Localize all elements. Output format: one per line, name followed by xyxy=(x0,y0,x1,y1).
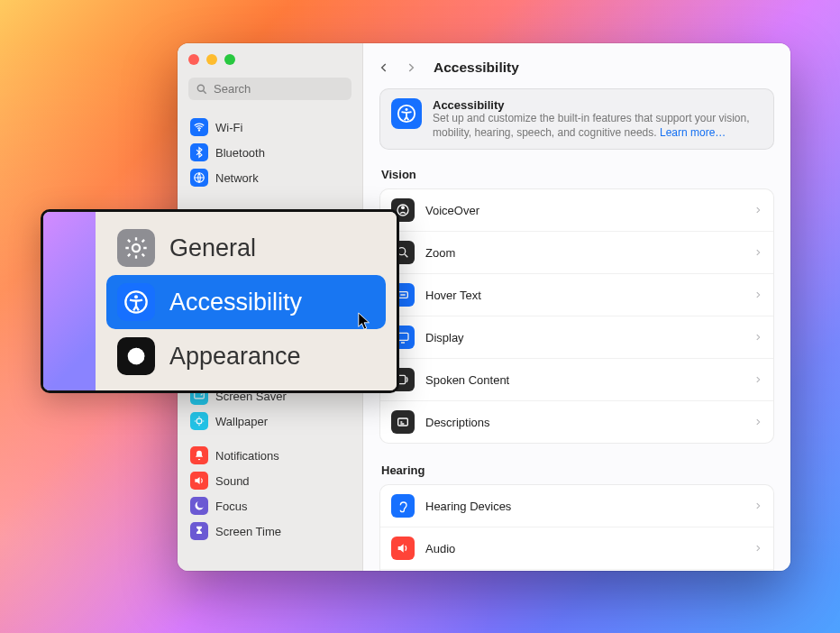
sidebar-item-focus[interactable]: Focus xyxy=(185,493,355,518)
chevron-right-icon xyxy=(753,246,762,259)
vision-row-list: VoiceOver Zoom Hover Text Display xyxy=(379,188,774,444)
magnifier-overlay: General Accessibility Appearance xyxy=(41,209,399,393)
row-descriptions[interactable]: Descriptions xyxy=(380,400,773,443)
speaker-icon xyxy=(190,472,208,490)
moon-icon xyxy=(190,497,208,515)
row-label: Zoom xyxy=(425,246,743,260)
network-icon xyxy=(190,169,208,187)
row-voiceover[interactable]: VoiceOver xyxy=(380,189,773,231)
sidebar-item-accessibility-zoomed[interactable]: Accessibility xyxy=(106,275,386,329)
row-label: Hover Text xyxy=(425,289,743,302)
chevron-right-icon xyxy=(753,542,762,555)
magnifier-content: General Accessibility Appearance xyxy=(96,212,397,390)
sidebar-item-label: Screen Time xyxy=(215,525,281,538)
chevron-right-icon xyxy=(753,331,762,344)
accessibility-icon xyxy=(117,283,155,321)
nav-forward-button[interactable] xyxy=(399,56,423,79)
search-field[interactable] xyxy=(188,78,352,100)
row-label: Display xyxy=(425,331,743,344)
chevron-right-icon xyxy=(753,373,762,386)
intro-description: Set up and customize the built-in featur… xyxy=(433,112,762,140)
chevron-right-icon xyxy=(753,416,762,428)
hearing-row-list: Hearing Devices Audio Captions xyxy=(379,484,774,571)
row-hover-text[interactable]: Hover Text xyxy=(380,273,773,316)
svg-point-19 xyxy=(134,295,138,298)
row-label: Descriptions xyxy=(425,416,743,429)
vision-section-label: Vision xyxy=(381,168,772,181)
zoom-item-label: Appearance xyxy=(169,343,301,371)
sidebar-item-label: Focus xyxy=(215,500,247,513)
gear-icon xyxy=(117,229,155,267)
accessibility-icon xyxy=(391,98,422,129)
hourglass-icon xyxy=(190,522,208,540)
sidebar-item-sound[interactable]: Sound xyxy=(185,468,355,493)
main-header: Accessibility xyxy=(363,43,790,88)
appearance-icon xyxy=(117,337,155,375)
zoom-item-label: General xyxy=(169,234,256,262)
page-title: Accessibility xyxy=(434,60,519,76)
sidebar-item-network[interactable]: Network xyxy=(185,165,355,190)
svg-point-6 xyxy=(196,418,202,424)
sidebar-item-label: Notifications xyxy=(215,449,279,463)
row-label: Spoken Content xyxy=(425,373,743,387)
sidebar-item-general-zoomed[interactable]: General xyxy=(106,221,386,275)
row-hearing-devices[interactable]: Hearing Devices xyxy=(380,485,773,527)
row-display[interactable]: Display xyxy=(380,316,773,358)
sidebar-item-label: Bluetooth xyxy=(215,146,265,160)
row-label: Audio xyxy=(425,542,743,555)
wifi-icon xyxy=(190,118,208,136)
fullscreen-button[interactable] xyxy=(224,54,235,65)
sidebar-item-wifi[interactable]: Wi-Fi xyxy=(185,115,355,140)
row-label: Hearing Devices xyxy=(425,500,743,513)
row-captions[interactable]: Captions xyxy=(380,569,773,571)
hearing-section-label: Hearing xyxy=(381,463,772,477)
sidebar-item-label: Wi-Fi xyxy=(215,121,242,134)
svg-point-17 xyxy=(132,244,140,252)
search-icon xyxy=(196,83,208,96)
audio-icon xyxy=(391,537,415,560)
cursor-icon xyxy=(357,311,373,335)
svg-rect-15 xyxy=(398,418,408,426)
row-audio[interactable]: Audio xyxy=(380,527,773,569)
svg-point-10 xyxy=(402,206,405,209)
intro-card: Accessibility Set up and customize the b… xyxy=(379,88,774,150)
svg-point-2 xyxy=(198,130,199,131)
bell-icon xyxy=(190,446,208,464)
chevron-right-icon xyxy=(753,204,762,216)
magnifier-edge xyxy=(43,212,96,390)
main-pane: Accessibility Accessibility Set up and c… xyxy=(363,43,790,571)
nav-back-button[interactable] xyxy=(372,56,396,79)
sidebar-item-screen-time[interactable]: Screen Time xyxy=(185,518,355,544)
minimize-button[interactable] xyxy=(206,54,217,65)
sidebar-item-label: Sound xyxy=(215,474,250,488)
zoom-item-label: Accessibility xyxy=(169,289,302,316)
close-button[interactable] xyxy=(188,54,199,65)
sidebar-item-notifications[interactable]: Notifications xyxy=(185,443,355,468)
descriptions-icon xyxy=(391,410,415,434)
row-spoken-content[interactable]: Spoken Content xyxy=(380,358,773,400)
sidebar-item-appearance-zoomed[interactable]: Appearance xyxy=(106,329,386,383)
chevron-right-icon xyxy=(753,289,762,301)
svg-point-0 xyxy=(197,85,204,91)
chevron-right-icon xyxy=(753,500,762,512)
search-input[interactable] xyxy=(214,82,344,96)
row-zoom[interactable]: Zoom xyxy=(380,231,773,273)
window-traffic-lights xyxy=(185,52,355,78)
svg-point-8 xyxy=(406,108,408,111)
bluetooth-icon xyxy=(190,143,208,161)
intro-title: Accessibility xyxy=(433,98,762,112)
wallpaper-icon xyxy=(190,412,208,430)
row-label: VoiceOver xyxy=(425,204,743,217)
ear-icon xyxy=(391,494,415,518)
nav-arrows xyxy=(372,56,423,79)
main-content: Accessibility Set up and customize the b… xyxy=(363,88,790,571)
svg-line-1 xyxy=(203,90,205,93)
sidebar-item-label: Wallpaper xyxy=(215,415,268,428)
sidebar-item-label: Network xyxy=(215,171,259,185)
sidebar-item-bluetooth[interactable]: Bluetooth xyxy=(185,140,355,165)
learn-more-link[interactable]: Learn more… xyxy=(660,126,726,139)
sidebar-item-wallpaper[interactable]: Wallpaper xyxy=(185,408,355,434)
